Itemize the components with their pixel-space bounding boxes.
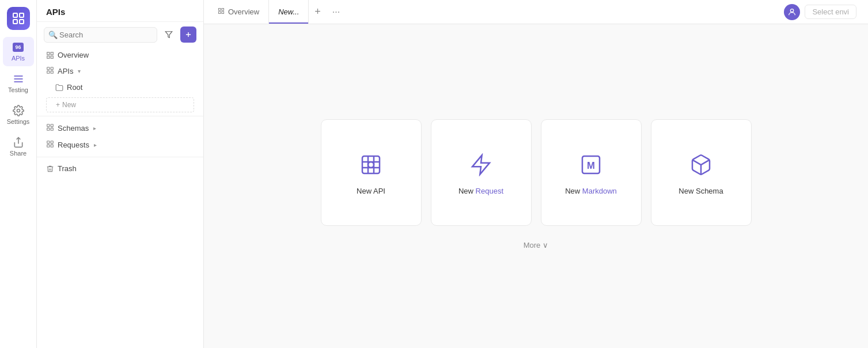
requests-expand-icon: ▸ — [94, 142, 97, 148]
nav-bar: 96 APIs Testing Settings — [0, 0, 37, 348]
nav-item-settings[interactable]: Settings — [3, 100, 34, 130]
sidebar-item-root[interactable]: Root — [37, 80, 203, 95]
svg-marker-9 — [165, 32, 172, 38]
search-icon: 🔍 — [48, 31, 58, 39]
tab-overview-label: Overview — [228, 7, 259, 16]
tab-new[interactable]: New... — [269, 0, 309, 24]
svg-rect-22 — [47, 128, 50, 130]
tab-overview[interactable]: Overview — [209, 0, 269, 24]
svg-rect-15 — [51, 56, 53, 58]
sidebar-item-trash[interactable]: Trash — [37, 161, 203, 176]
svg-rect-30 — [219, 12, 221, 14]
svg-rect-26 — [47, 145, 50, 147]
add-new-label: New — [62, 101, 76, 109]
schemas-icon — [46, 123, 54, 133]
svg-rect-2 — [13, 20, 17, 24]
svg-rect-3 — [20, 20, 24, 24]
svg-rect-24 — [47, 141, 50, 143]
more-button[interactable]: More ∨ — [517, 237, 556, 253]
sidebar-item-apis[interactable]: APIs ▾ — [37, 63, 203, 80]
sidebar-divider-1 — [37, 116, 203, 116]
root-folder-icon — [55, 84, 63, 92]
more-tabs-button[interactable]: ··· — [327, 0, 346, 24]
overview-icon — [46, 51, 54, 59]
svg-marker-39 — [472, 155, 490, 174]
api-icon — [356, 150, 386, 180]
nav-item-share-label: Share — [10, 150, 26, 157]
filter-button[interactable] — [161, 27, 177, 43]
env-placeholder: Select envi — [812, 7, 849, 16]
user-avatar[interactable] — [784, 4, 800, 20]
main-content: Overview New... + ··· Select envi — [204, 0, 868, 348]
svg-rect-1 — [20, 13, 24, 17]
requests-icon — [46, 140, 54, 150]
svg-rect-0 — [13, 13, 17, 17]
svg-rect-33 — [362, 156, 380, 173]
new-markdown-card[interactable]: M New Markdown — [541, 119, 642, 226]
cards-row: New API New Request M — [321, 119, 752, 226]
svg-rect-28 — [219, 9, 221, 11]
tab-bar: Overview New... + ··· Select envi — [204, 0, 868, 24]
svg-text:M: M — [587, 160, 595, 171]
apis-expand-icon: ▾ — [78, 68, 81, 74]
trash-label: Trash — [58, 164, 77, 173]
tab-bar-right: Select envi — [784, 4, 863, 20]
nav-item-settings-label: Settings — [7, 118, 30, 125]
svg-rect-21 — [51, 124, 53, 127]
svg-rect-23 — [51, 128, 53, 130]
add-new-plus-icon: + — [56, 101, 60, 109]
sidebar-item-schemas[interactable]: Schemas ▸ — [37, 120, 203, 137]
new-schema-card[interactable]: New Schema — [651, 119, 752, 226]
testing-nav-icon — [13, 73, 24, 85]
root-label: Root — [67, 83, 82, 92]
new-request-card[interactable]: New Request — [431, 119, 532, 226]
tab-overview-icon — [218, 7, 225, 16]
more-label: More — [524, 241, 541, 249]
nav-item-share[interactable]: Share — [3, 132, 34, 161]
sidebar-item-overview[interactable]: Overview — [37, 47, 203, 63]
svg-rect-13 — [51, 52, 53, 54]
requests-label: Requests — [58, 141, 89, 149]
new-api-label: New API — [357, 187, 385, 195]
svg-rect-18 — [47, 71, 50, 73]
markdown-icon: M — [576, 150, 606, 180]
env-selector[interactable]: Select envi — [805, 5, 856, 19]
svg-point-7 — [17, 109, 20, 112]
svg-point-32 — [791, 9, 794, 12]
new-api-card[interactable]: New API — [321, 119, 422, 226]
schema-icon — [686, 150, 716, 180]
sidebar-content: Overview APIs ▾ Root + Ne — [37, 45, 203, 348]
svg-rect-19 — [51, 71, 53, 73]
nav-item-apis[interactable]: 96 APIs — [3, 37, 34, 66]
add-button[interactable] — [180, 27, 196, 43]
new-schema-label: New Schema — [679, 187, 723, 195]
nav-item-apis-label: APIs — [12, 55, 25, 62]
new-request-label: New Request — [458, 187, 503, 195]
sidebar-item-requests[interactable]: Requests ▸ — [37, 137, 203, 153]
apis-nav-icon: 96 — [13, 41, 24, 53]
app-logo — [7, 7, 30, 30]
settings-nav-icon — [13, 105, 24, 116]
add-tab-button[interactable]: + — [309, 0, 327, 24]
schemas-label: Schemas — [58, 124, 89, 133]
nav-item-testing[interactable]: Testing — [3, 69, 34, 98]
svg-rect-12 — [47, 52, 50, 54]
svg-rect-17 — [51, 67, 53, 70]
search-container: 🔍 — [44, 27, 157, 43]
svg-rect-25 — [51, 141, 53, 143]
svg-rect-29 — [222, 9, 224, 11]
add-new-button[interactable]: + New — [46, 97, 194, 112]
new-markdown-label: New Markdown — [565, 187, 617, 195]
nav-item-testing-label: Testing — [8, 86, 28, 93]
sidebar-title: APIs — [46, 7, 65, 17]
svg-rect-27 — [51, 145, 53, 147]
sidebar: APIs 🔍 Ov — [37, 0, 204, 348]
svg-rect-31 — [222, 12, 224, 14]
apis-sidebar-label: APIs — [58, 67, 73, 75]
overview-label: Overview — [58, 51, 89, 59]
search-input[interactable] — [44, 27, 157, 43]
lightning-icon — [466, 150, 496, 180]
trash-icon — [46, 165, 54, 173]
center-content: New API New Request M — [204, 24, 868, 348]
svg-rect-20 — [47, 124, 50, 127]
